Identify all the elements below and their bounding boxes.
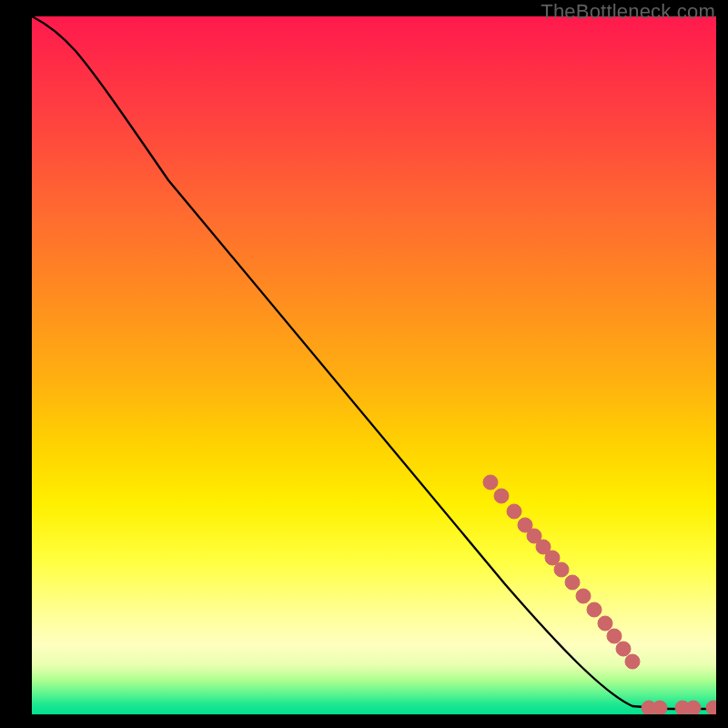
svg-point-1 — [494, 489, 509, 503]
svg-point-11 — [598, 616, 612, 631]
plot-area — [32, 16, 716, 714]
svg-point-19 — [706, 701, 716, 714]
marker-group-bottom — [642, 701, 716, 714]
chart-svg — [32, 16, 716, 714]
chart-frame: TheBottleneck.com — [0, 0, 728, 728]
svg-point-7 — [554, 562, 569, 577]
svg-point-8 — [565, 575, 580, 590]
svg-point-18 — [686, 701, 701, 714]
svg-point-0 — [483, 475, 498, 490]
svg-point-13 — [616, 642, 631, 656]
svg-point-16 — [652, 701, 667, 714]
watermark-text: TheBottleneck.com — [541, 0, 715, 24]
curve-line — [32, 16, 716, 709]
svg-point-12 — [607, 629, 622, 643]
svg-point-2 — [507, 504, 521, 519]
svg-point-9 — [576, 589, 591, 603]
svg-point-10 — [587, 602, 602, 617]
svg-point-14 — [625, 654, 640, 669]
svg-point-6 — [545, 551, 560, 565]
marker-group-diagonal — [483, 475, 640, 669]
